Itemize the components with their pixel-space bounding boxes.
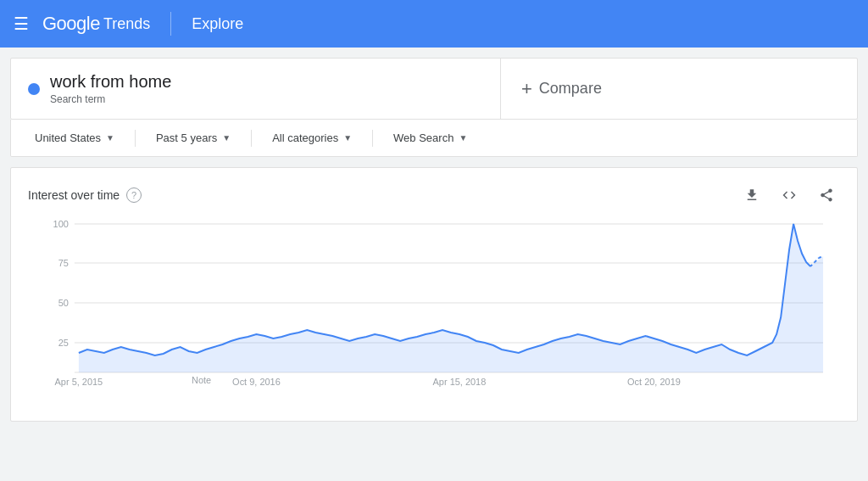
search-term-box: work from home Search term xyxy=(11,59,501,119)
download-icon xyxy=(744,187,760,203)
categories-chevron-icon: ▼ xyxy=(343,133,352,143)
chart-header: Interest over time ? xyxy=(28,182,840,209)
svg-text:Apr 15, 2018: Apr 15, 2018 xyxy=(433,377,487,387)
download-button[interactable] xyxy=(738,182,765,209)
svg-text:25: 25 xyxy=(58,338,69,348)
svg-text:50: 50 xyxy=(58,298,69,308)
svg-text:Note: Note xyxy=(192,375,211,385)
chart-help-icon[interactable]: ? xyxy=(126,187,142,203)
time-chevron-icon: ▼ xyxy=(222,133,231,143)
logo-google-text: Google xyxy=(42,13,100,35)
chart-title: Interest over time xyxy=(28,188,120,202)
search-term-title: work from home xyxy=(50,72,171,92)
categories-filter-label: All categories xyxy=(272,131,338,144)
embed-button[interactable] xyxy=(776,182,803,209)
filter-row: United States ▼ Past 5 years ▼ All categ… xyxy=(10,120,858,157)
search-type-filter-label: Web Search xyxy=(393,131,453,144)
svg-text:75: 75 xyxy=(58,258,69,268)
search-type-filter[interactable]: Web Search ▼ xyxy=(383,126,477,149)
search-term-text-group: work from home Search term xyxy=(50,72,171,105)
region-filter-label: United States xyxy=(35,131,101,144)
search-type-chevron-icon: ▼ xyxy=(459,133,467,143)
embed-icon xyxy=(782,187,797,203)
menu-icon[interactable]: ☰ xyxy=(14,14,29,34)
search-term-sublabel: Search term xyxy=(50,93,171,105)
chart-card: Interest over time ? xyxy=(10,167,858,422)
filter-separator-2 xyxy=(251,130,252,147)
header-divider xyxy=(170,12,171,36)
app-logo: Google Trends xyxy=(42,13,150,35)
app-header: ☰ Google Trends Explore xyxy=(0,0,868,48)
region-chevron-icon: ▼ xyxy=(106,133,114,143)
time-filter[interactable]: Past 5 years ▼ xyxy=(146,126,241,149)
chart-actions xyxy=(738,182,840,209)
filter-separator-1 xyxy=(135,130,136,147)
filter-separator-3 xyxy=(372,130,373,147)
chart-svg: 100 75 50 25 Apr 5, 2015 Oct 9, 2016 Apr… xyxy=(28,215,840,411)
search-term-dot xyxy=(28,83,40,95)
time-filter-label: Past 5 years xyxy=(156,131,217,144)
search-row: work from home Search term + Compare xyxy=(10,58,858,120)
compare-box[interactable]: + Compare xyxy=(501,59,857,119)
explore-label: Explore xyxy=(192,15,243,33)
compare-plus-icon: + xyxy=(521,78,532,100)
logo-trends-text: Trends xyxy=(103,15,150,33)
main-content: work from home Search term + Compare Uni… xyxy=(0,58,868,422)
svg-text:Oct 20, 2019: Oct 20, 2019 xyxy=(627,377,681,387)
svg-text:Oct 9, 2016: Oct 9, 2016 xyxy=(232,377,281,387)
share-button[interactable] xyxy=(813,182,840,209)
svg-text:100: 100 xyxy=(53,219,69,229)
region-filter[interactable]: United States ▼ xyxy=(25,126,125,149)
trend-fill xyxy=(79,224,823,372)
compare-label: Compare xyxy=(539,80,602,98)
categories-filter[interactable]: All categories ▼ xyxy=(262,126,362,149)
chart-title-group: Interest over time ? xyxy=(28,187,142,203)
chart-area: 100 75 50 25 Apr 5, 2015 Oct 9, 2016 Apr… xyxy=(28,215,840,411)
share-icon xyxy=(819,187,834,203)
svg-text:Apr 5, 2015: Apr 5, 2015 xyxy=(55,377,103,387)
